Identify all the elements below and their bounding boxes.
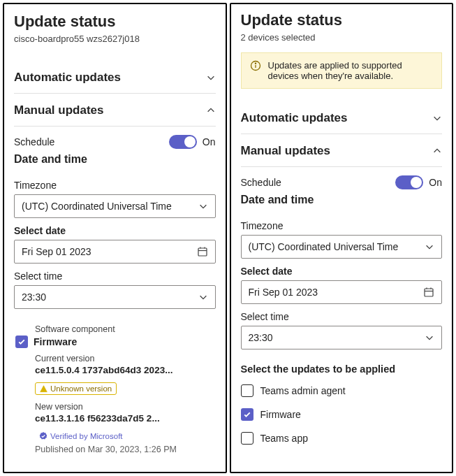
chevron-down-icon [425,242,434,252]
svg-rect-0 [198,248,207,256]
toggle-state: On [203,136,216,147]
chevron-up-icon [432,146,442,156]
accordion-label: Automatic updates [241,111,348,125]
date-label: Select date [241,266,443,277]
accordion-label: Manual updates [241,144,330,158]
time-value: 23:30 [249,332,273,343]
schedule-label: Schedule [14,136,54,147]
info-banner: Updates are applied to supported devices… [241,52,443,89]
schedule-row: Schedule On [14,135,216,149]
update-option-teams-app[interactable]: Teams app [241,432,443,445]
warning-icon [40,385,47,393]
new-version-label: New version [35,402,216,412]
current-version-block: Current version ce11.5.0.4 1737abd64d3 2… [15,354,216,395]
page-title: Update status [241,11,443,29]
svg-point-6 [255,63,256,64]
unknown-version-badge: Unknown version [35,382,117,395]
chevron-up-icon [206,106,216,115]
timezone-label: Timezone [14,180,216,191]
date-value: Fri Sep 01 2023 [22,246,91,257]
date-time-heading: Date and time [14,153,216,166]
component-label: Software component [15,324,216,334]
devices-selected: 2 devices selected [241,32,443,43]
update-option-firmware[interactable]: Firmware [241,408,443,421]
current-version-value: ce11.5.0.4 1737abd64d3 2023... [35,365,172,375]
date-input[interactable]: Fri Sep 01 2023 [241,280,443,304]
accordion-label: Automatic updates [14,71,121,85]
device-name: cisco-boardpro55 wzs2627j018 [14,34,216,44]
accordion-automatic-updates[interactable]: Automatic updates [14,61,216,94]
page-title: Update status [14,13,216,31]
info-icon [250,60,261,71]
date-input[interactable]: Fri Sep 01 2023 [14,240,216,264]
chevron-down-icon [206,73,216,82]
time-select[interactable]: 23:30 [14,285,216,309]
software-component-block: Software component Firmware Current vers… [14,324,216,454]
info-text: Updates are applied to supported devices… [268,60,434,81]
timezone-label: Timezone [241,220,443,231]
time-select[interactable]: 23:30 [241,326,443,349]
checkbox[interactable] [241,384,253,397]
current-version-label: Current version [35,354,216,363]
chevron-down-icon [198,201,208,211]
toggle-state: On [429,177,442,188]
time-label: Select time [241,311,443,322]
schedule-label: Schedule [241,177,281,188]
update-status-panel-single: Update status cisco-boardpro55 wzs2627j0… [3,3,227,473]
select-updates-heading: Select the updates to be applied [241,363,443,375]
chevron-down-icon [198,292,208,302]
chevron-down-icon [425,333,434,342]
accordion-label: Manual updates [14,103,103,117]
date-label: Select date [14,225,216,236]
update-status-panel-multi: Update status 2 devices selected Updates… [230,3,454,473]
accordion-manual-updates[interactable]: Manual updates [14,94,216,127]
option-label: Teams app [260,433,308,444]
option-label: Firmware [260,409,301,420]
svg-rect-7 [425,289,433,296]
schedule-toggle[interactable] [395,175,423,189]
timezone-value: (UTC) Coordinated Universal Time [249,241,399,252]
verified-badge: Verified by Microsoft [35,431,127,442]
firmware-label: Firmware [34,336,77,347]
timezone-select[interactable]: (UTC) Coordinated Universal Time [14,194,216,218]
date-value: Fri Sep 01 2023 [249,287,318,298]
chevron-down-icon [432,113,442,123]
new-version-value: ce11.3.1.16 f56233da7d5 2... [35,413,160,424]
checkbox[interactable] [241,432,253,445]
schedule-row: Schedule On [241,175,443,189]
firmware-checkbox[interactable] [15,336,28,348]
time-value: 23:30 [22,291,46,303]
new-version-block: New version ce11.3.1.16 f56233da7d5 2...… [15,402,216,454]
published-date: Published on Mar 30, 2023, 1:26 PM [35,445,216,454]
calendar-icon [423,287,434,298]
schedule-toggle[interactable] [169,135,197,149]
verified-icon [39,432,47,440]
accordion-automatic-updates[interactable]: Automatic updates [241,101,443,134]
update-option-teams-admin-agent[interactable]: Teams admin agent [241,384,443,397]
checkbox[interactable] [241,408,253,421]
date-time-heading: Date and time [241,194,443,206]
time-label: Select time [14,271,216,282]
option-label: Teams admin agent [260,385,346,396]
timezone-value: (UTC) Coordinated Universal Time [22,201,172,212]
timezone-select[interactable]: (UTC) Coordinated Universal Time [241,235,443,259]
calendar-icon [197,246,208,257]
accordion-manual-updates[interactable]: Manual updates [241,134,443,167]
